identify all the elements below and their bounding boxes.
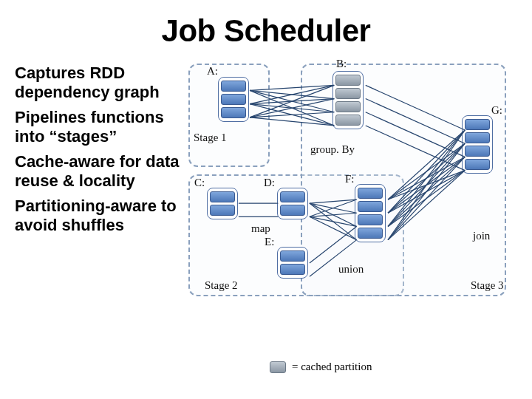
op-join: join: [473, 230, 490, 242]
partition: [358, 201, 383, 212]
rdd-f: [355, 184, 386, 242]
label-g: G:: [491, 104, 502, 117]
partition: [221, 107, 246, 118]
partition: [221, 81, 246, 92]
label-d: D:: [264, 177, 275, 189]
partition: [358, 214, 383, 225]
op-map: map: [251, 222, 270, 235]
rdd-b: [332, 71, 364, 129]
partition: [280, 250, 305, 262]
content-row: Captures RDD dependency graph Pipelines …: [0, 64, 532, 330]
stage-2-label: Stage 2: [205, 279, 238, 292]
partition: [465, 119, 490, 130]
partition: [358, 188, 383, 199]
bullet-list: Captures RDD dependency graph Pipelines …: [15, 64, 181, 330]
dag-diagram: A: B: G: C: D: F: E: Stage 1 Stage 2 Sta…: [181, 64, 517, 330]
stage-1-label: Stage 1: [194, 132, 227, 144]
label-f: F:: [345, 173, 355, 185]
legend-text: = cached partition: [292, 361, 372, 373]
partition-cached: [335, 101, 361, 112]
op-union: union: [338, 263, 364, 276]
partition: [210, 205, 235, 216]
partition: [465, 159, 490, 170]
partition: [210, 191, 235, 202]
partition: [280, 191, 305, 202]
partition: [465, 132, 490, 143]
rdd-a: [218, 77, 249, 122]
legend-swatch-cached: [270, 361, 286, 373]
partition-cached: [335, 115, 361, 126]
op-groupby: group. By: [310, 143, 355, 156]
partition: [280, 264, 305, 275]
label-e: E:: [265, 236, 274, 248]
stage-3-box: [301, 64, 506, 296]
page-title: Job Scheduler: [0, 13, 532, 49]
bullet-1: Captures RDD dependency graph: [15, 64, 181, 102]
legend: = cached partition: [270, 361, 372, 373]
partition-cached: [335, 88, 361, 99]
rdd-e: [277, 247, 308, 279]
partition: [358, 228, 383, 239]
label-c: C:: [194, 177, 205, 189]
bullet-3: Cache-aware for data reuse & locality: [15, 152, 181, 191]
rdd-c: [207, 188, 238, 219]
partition: [465, 146, 490, 157]
label-a: A:: [207, 65, 218, 78]
label-b: B:: [336, 58, 347, 70]
partition-cached: [335, 75, 361, 86]
partition: [221, 94, 246, 105]
partition: [280, 205, 305, 216]
bullet-4: Partitioning-aware to avoid shuffles: [15, 197, 181, 235]
stage-3-label: Stage 3: [471, 279, 504, 292]
rdd-d: [277, 188, 308, 219]
rdd-g: [462, 115, 493, 174]
bullet-2: Pipelines functions into “stages”: [15, 108, 181, 146]
